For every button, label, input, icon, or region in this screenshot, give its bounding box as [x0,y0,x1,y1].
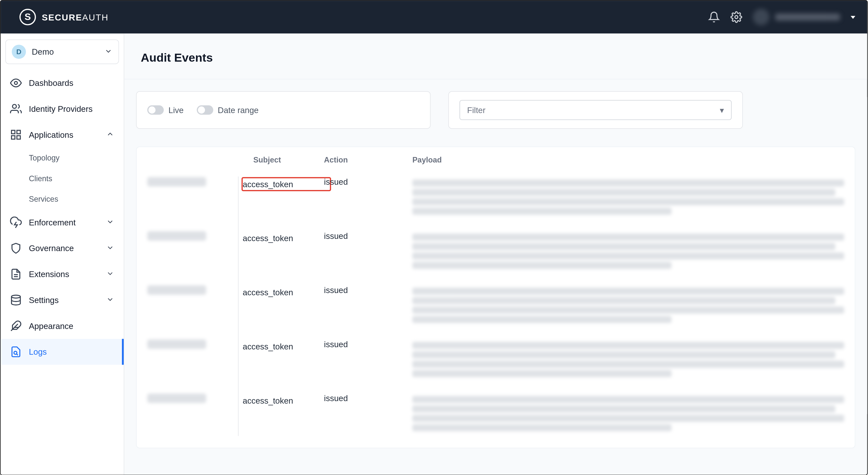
timestamp-redacted [147,285,206,295]
subject-action-group: access_token [242,177,331,191]
event-subject: access_token [243,179,330,189]
cloud-lightning-icon [10,216,22,228]
chevron-up-icon [106,130,114,140]
sidebar-item-enforcement[interactable]: Enforcement [0,209,124,235]
timestamp-redacted [147,394,206,403]
sidebar-item-extensions[interactable]: Extensions [0,261,124,287]
event-action: issued [324,177,412,186]
svg-point-0 [735,15,738,19]
column-header-subject: Subject [236,155,324,164]
sidebar: D Demo Dashboards Identity Providers App… [0,33,124,475]
sidebar-item-label: Extensions [29,270,69,279]
sidebar-item-dashboards[interactable]: Dashboards [0,70,124,96]
caret-down-icon: ▾ [720,105,724,115]
event-subject: access_token [243,342,330,351]
filter-dropdown[interactable]: Filter ▾ [459,100,732,120]
events-header-row: Subject Action Payload [137,147,855,170]
database-icon [10,294,22,306]
svg-point-1 [14,81,18,84]
sidebar-item-label: Clients [29,174,52,183]
event-payload-redacted [412,177,844,217]
file-icon [10,268,22,280]
sidebar-item-logs[interactable]: Logs [0,339,124,365]
sidebar-item-label: Logs [29,347,47,357]
user-avatar-icon [753,9,769,25]
user-menu-caret-icon[interactable] [851,15,856,19]
event-payload-redacted [412,394,844,434]
workspace-selector[interactable]: D Demo [5,39,119,64]
sidebar-item-label: Governance [29,244,74,253]
notification-bell-icon[interactable] [708,11,720,23]
sidebar-item-label: Appearance [29,321,73,331]
chevron-down-icon [106,295,114,305]
sidebar-item-label: Services [29,195,58,203]
chevron-down-icon [106,269,114,279]
grid-icon [10,129,22,140]
main-content: Audit Events Live Date range Filter [124,33,867,475]
svg-rect-6 [11,136,15,139]
topbar: S SECUREAUTH [0,0,867,33]
event-action: issued [324,285,412,295]
toggle-panel: Live Date range [136,91,431,129]
event-subject: access_token [243,396,330,405]
filter-placeholder: Filter [467,105,485,115]
toggle-label: Live [168,105,184,115]
sidebar-subitem-services[interactable]: Services [0,189,124,209]
filter-panel: Filter ▾ [448,91,743,129]
settings-gear-icon[interactable] [731,11,742,23]
subject-action-group: access_token [242,231,331,245]
chevron-down-icon [104,47,113,57]
column-header-payload: Payload [412,155,844,164]
subject-action-group: access_token [242,285,331,300]
event-row[interactable]: access_token issued [137,224,855,278]
brand-mark-icon: S [20,9,36,25]
event-action: issued [324,339,412,349]
event-row[interactable]: access_token issued [137,278,855,333]
event-subject: access_token [243,288,330,297]
toggle-label: Date range [218,105,258,115]
event-subject: access_token [243,234,330,243]
sidebar-item-label: Settings [29,295,59,305]
sidebar-item-identity-providers[interactable]: Identity Providers [0,96,124,122]
brand-logo[interactable]: S SECUREAUTH [20,9,109,25]
sidebar-item-appearance[interactable]: Appearance [0,313,124,339]
live-toggle[interactable]: Live [147,105,183,115]
toggle-switch-icon [147,105,164,115]
toggle-switch-icon [197,105,213,115]
svg-line-13 [17,354,18,355]
timestamp-redacted [147,339,206,349]
event-payload-redacted [412,339,844,379]
svg-rect-4 [17,130,21,134]
event-row[interactable]: access_token issued [137,170,855,224]
chevron-down-icon [106,217,114,227]
svg-rect-5 [17,136,21,139]
users-icon [10,103,22,114]
shield-icon [10,242,22,254]
sidebar-item-settings[interactable]: Settings [0,287,124,313]
svg-point-2 [12,104,17,108]
brand-text: SECUREAUTH [42,12,108,22]
user-menu[interactable] [753,9,840,25]
event-row[interactable]: access_token issued [137,333,855,387]
page-header: Audit Events [124,33,867,79]
sidebar-subitem-clients[interactable]: Clients [0,168,124,189]
timestamp-redacted [147,231,206,241]
sidebar-subitem-topology[interactable]: Topology [0,148,124,168]
sidebar-item-applications[interactable]: Applications [0,122,124,148]
sidebar-item-label: Topology [29,154,60,162]
timestamp-redacted [147,177,206,186]
sidebar-item-label: Applications [29,130,73,139]
events-table: Subject Action Payload access_token issu… [136,146,855,448]
chevron-down-icon [106,243,114,253]
subject-action-group: access_token [242,339,331,354]
svg-point-9 [11,295,20,298]
sidebar-item-governance[interactable]: Governance [0,235,124,261]
svg-rect-3 [11,130,15,134]
sidebar-item-label: Dashboards [29,78,73,88]
workspace-name: Demo [32,47,54,57]
column-header-action: Action [324,155,412,164]
page-title: Audit Events [141,51,850,65]
workspace-avatar-icon: D [12,45,26,59]
date-range-toggle[interactable]: Date range [197,105,259,115]
event-row[interactable]: access_token issued [137,387,855,441]
